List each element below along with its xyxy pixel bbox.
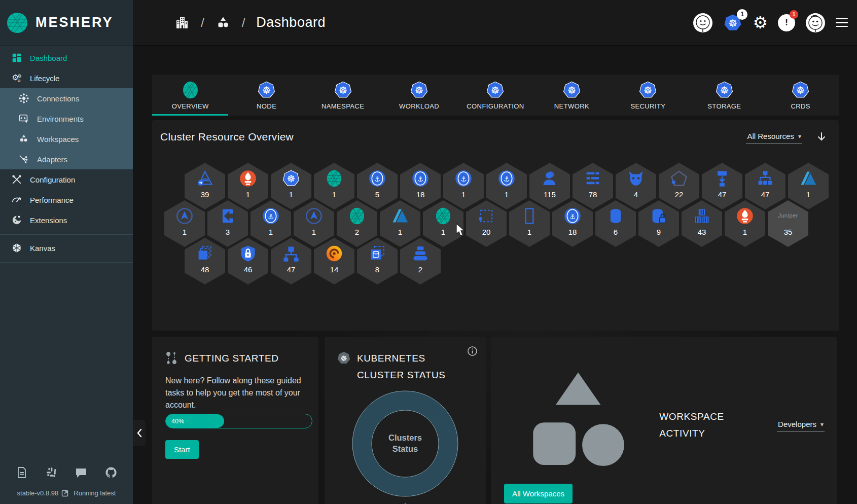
breadcrumb: / / Dashboard — [133, 15, 326, 30]
resource-count: 1 — [486, 190, 527, 199]
resource-count: 1 — [164, 228, 205, 236]
chat-icon[interactable] — [75, 466, 88, 479]
resource-count: 3 — [207, 228, 248, 236]
svg-text:☸: ☸ — [262, 85, 271, 96]
info-icon[interactable] — [467, 346, 478, 356]
meshery-app: MESHERY Dashboard⚙⚙⚙LifecycleConnections… — [0, 0, 857, 504]
tab-network[interactable]: ☸NETWORK — [533, 75, 610, 116]
settings-button[interactable]: ⚙ — [753, 14, 768, 31]
tab-label: WORKLOAD — [399, 102, 439, 110]
cert-manager-icon: ⚓ — [368, 169, 386, 188]
resource-hex-shield-lock[interactable]: 46 — [228, 238, 268, 284]
getting-started-description: New here? Follow along these guided task… — [152, 367, 318, 411]
k8s-icon: ☸ — [486, 81, 505, 99]
resource-hex-db-layers[interactable]: 8 — [357, 238, 398, 284]
tab-label: SECURITY — [630, 102, 665, 110]
resource-filter-select[interactable]: All Resources ▾ — [746, 130, 802, 143]
resource-hex-layers[interactable]: 48 — [185, 238, 225, 284]
tab-node[interactable]: ☸NODE — [228, 75, 304, 116]
org-chart-icon — [756, 169, 774, 188]
resource-hex-stack[interactable]: 2 — [400, 238, 441, 284]
bricks-icon — [693, 207, 711, 225]
resource-hex-cylinder[interactable]: 6 — [595, 200, 636, 247]
svg-text:⚓: ⚓ — [460, 175, 467, 183]
sidebar-nav: Dashboard⚙⚙⚙LifecycleConnectionsEnvironm… — [0, 46, 133, 230]
tab-security[interactable]: ☸SECURITY — [610, 75, 686, 116]
sidebar-item-performance[interactable]: Performance — [0, 190, 133, 210]
resource-count: 20 — [466, 228, 507, 236]
menu-icon[interactable] — [836, 18, 848, 27]
brand[interactable]: MESHERY — [0, 0, 133, 46]
resource-hex-cert-manager[interactable]: ⚓18 — [552, 200, 593, 247]
sidebar-item-lifecycle[interactable]: ⚙⚙⚙Lifecycle — [0, 68, 133, 88]
resource-hex-dashed-box[interactable]: 20 — [466, 200, 507, 247]
db-layers-icon — [368, 244, 386, 263]
user-avatar[interactable] — [693, 13, 713, 33]
meshery-icon — [325, 169, 343, 188]
notifications-button[interactable]: ! 1 — [778, 14, 795, 31]
azure-icon — [799, 169, 817, 188]
version-link[interactable]: stable-v0.8.98 — [17, 489, 69, 497]
card-title: WORKSPACE ACTIVITY — [659, 408, 771, 442]
svg-text:⚓: ⚓ — [268, 212, 274, 221]
connections-icon — [18, 93, 29, 104]
prometheus-icon — [736, 207, 754, 225]
resource-count: 1 — [271, 190, 311, 199]
tab-storage[interactable]: ☸STORAGE — [686, 75, 762, 116]
tab-workload[interactable]: ☸WORKLOAD — [381, 75, 457, 116]
resource-count: 6 — [595, 228, 636, 236]
cylinder-lock-icon — [650, 207, 668, 225]
sidebar-secondary-nav: Kanvas — [0, 238, 133, 258]
workspace-filter-select[interactable]: Developers ▾ — [777, 418, 825, 431]
panel-title: Cluster Resource Overview — [160, 131, 294, 143]
sidebar-collapse-button[interactable] — [133, 420, 146, 446]
resource-hex-tree[interactable]: 47 — [271, 238, 311, 284]
tab-label: NETWORK — [554, 102, 589, 110]
github-icon[interactable] — [104, 466, 118, 479]
dashboard-icon — [11, 52, 22, 63]
k8s-icon: ☸ — [282, 169, 300, 188]
all-workspaces-button[interactable]: All Workspaces — [504, 484, 573, 503]
download-icon[interactable] — [815, 131, 828, 143]
sidebar-item-dashboard[interactable]: Dashboard — [0, 48, 133, 68]
svg-text:⚓: ⚓ — [569, 212, 576, 221]
resource-hex-grafana[interactable]: 14 — [314, 238, 354, 284]
resource-count: 2 — [337, 228, 377, 236]
cert-manager-icon: ⚓ — [497, 169, 516, 188]
organization-icon[interactable] — [174, 15, 190, 30]
sidebar-item-connections[interactable]: Connections — [0, 88, 133, 109]
resource-count: 8 — [357, 265, 398, 274]
sidebar-item-label: Dashboard — [30, 54, 67, 62]
sidebar-item-extensions[interactable]: Extensions — [0, 210, 133, 230]
tab-label: OVERVIEW — [172, 102, 209, 110]
resource-hex-juniper[interactable]: Juniper35 — [768, 200, 808, 247]
tab-label: NODE — [257, 102, 276, 110]
adapters-icon — [18, 154, 29, 165]
slack-icon[interactable] — [45, 466, 58, 479]
sidebar-item-environments[interactable]: Environments — [0, 109, 133, 129]
extensions-icon — [11, 214, 22, 226]
cert-manager-icon: ⚓ — [411, 169, 430, 188]
svg-text:☸: ☸ — [796, 85, 805, 96]
doc-icon[interactable] — [15, 466, 28, 479]
sidebar-item-kanvas[interactable]: Kanvas — [0, 238, 133, 258]
tab-crds[interactable]: ☸CRDS — [763, 75, 839, 116]
start-button[interactable]: Start — [165, 440, 199, 459]
sidebar-item-configuration[interactable]: Configuration — [0, 169, 133, 190]
notification-count-badge: 1 — [790, 10, 798, 19]
svg-text:☸: ☸ — [338, 85, 347, 96]
tab-configuration[interactable]: ☸CONFIGURATION — [457, 75, 533, 116]
profile-avatar[interactable] — [805, 13, 826, 33]
sidebar-item-adapters[interactable]: Adapters — [0, 149, 133, 169]
tree-icon — [282, 244, 300, 263]
workspace-icon[interactable] — [216, 15, 231, 30]
resource-hex-cylinder-lock[interactable]: 9 — [638, 200, 679, 247]
kubernetes-context-button[interactable]: ☸ 1 — [723, 13, 742, 32]
tab-overview[interactable]: OVERVIEW — [152, 75, 228, 116]
resource-hex-frame[interactable]: 1 — [509, 200, 550, 247]
meshery-icon — [181, 81, 200, 99]
tab-namespace[interactable]: ☸NAMESPACE — [305, 75, 381, 116]
resource-hex-bricks[interactable]: 43 — [682, 200, 722, 247]
resource-hex-prometheus[interactable]: 1 — [725, 200, 765, 247]
sidebar-item-workspaces[interactable]: Workspaces — [0, 129, 133, 149]
